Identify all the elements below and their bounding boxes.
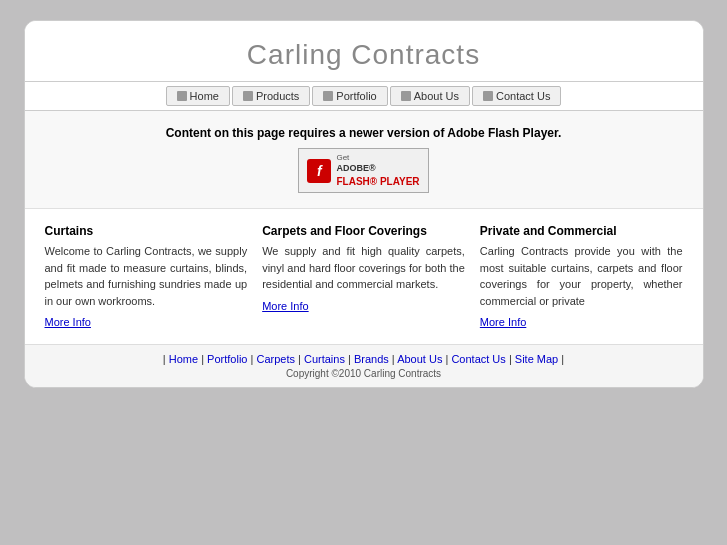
nav-home-icon [177, 91, 187, 101]
nav-home-label: Home [190, 90, 219, 102]
columns: Curtains Welcome to Carling Contracts, w… [45, 224, 683, 329]
curtains-more-info[interactable]: More Info [45, 316, 91, 328]
flash-download-button[interactable]: f Get ADOBE® FLASH® PLAYER [298, 148, 428, 193]
footer-link-carpets[interactable]: Carpets [256, 353, 295, 365]
nav-portfolio[interactable]: Portfolio [312, 86, 387, 106]
curtains-text: Welcome to Carling Contracts, we supply … [45, 243, 248, 309]
footer-link-home[interactable]: Home [169, 353, 198, 365]
nav-portfolio-icon [323, 91, 333, 101]
flash-adobe-text: ADOBE® [336, 163, 375, 175]
carpets-more-info[interactable]: More Info [262, 300, 308, 312]
commercial-title: Private and Commercial [480, 224, 683, 238]
footer-link-contact[interactable]: Contact Us [451, 353, 505, 365]
footer-link-sitemap[interactable]: Site Map [515, 353, 558, 365]
nav-products-icon [243, 91, 253, 101]
content-area: Curtains Welcome to Carling Contracts, w… [25, 209, 703, 344]
nav-about[interactable]: About Us [390, 86, 470, 106]
column-commercial: Private and Commercial Carling Contracts… [480, 224, 683, 329]
flash-player-text: FLASH® PLAYER [336, 175, 419, 188]
nav-bar: Home Products Portfolio About Us Contact… [25, 81, 703, 111]
commercial-more-info[interactable]: More Info [480, 316, 526, 328]
flash-notice: Content on this page requires a newer ve… [25, 111, 703, 209]
footer-link-brands[interactable]: Brands [354, 353, 389, 365]
nav-about-icon [401, 91, 411, 101]
footer-copyright: Copyright ©2010 Carling Contracts [35, 368, 693, 379]
page-wrapper: Carling Contracts Home Products Portfoli… [24, 20, 704, 388]
flash-notice-text: Content on this page requires a newer ve… [35, 126, 693, 140]
flash-icon: f [307, 159, 331, 183]
nav-about-label: About Us [414, 90, 459, 102]
nav-products[interactable]: Products [232, 86, 310, 106]
column-carpets: Carpets and Floor Coverings We supply an… [262, 224, 465, 329]
footer: | Home | Portfolio | Carpets | Curtains … [25, 344, 703, 387]
nav-contact-icon [483, 91, 493, 101]
commercial-text: Carling Contracts provide you with the m… [480, 243, 683, 309]
nav-contact[interactable]: Contact Us [472, 86, 561, 106]
nav-products-label: Products [256, 90, 299, 102]
flash-get-text: Get [336, 153, 349, 163]
curtains-title: Curtains [45, 224, 248, 238]
site-title: Carling Contracts [35, 39, 693, 71]
carpets-text: We supply and fit high quality carpets, … [262, 243, 465, 293]
nav-portfolio-label: Portfolio [336, 90, 376, 102]
footer-link-portfolio[interactable]: Portfolio [207, 353, 247, 365]
footer-links: | Home | Portfolio | Carpets | Curtains … [35, 353, 693, 365]
footer-link-about[interactable]: About Us [397, 353, 442, 365]
nav-home[interactable]: Home [166, 86, 230, 106]
nav-contact-label: Contact Us [496, 90, 550, 102]
column-curtains: Curtains Welcome to Carling Contracts, w… [45, 224, 248, 329]
footer-link-curtains[interactable]: Curtains [304, 353, 345, 365]
header: Carling Contracts [25, 21, 703, 81]
carpets-title: Carpets and Floor Coverings [262, 224, 465, 238]
